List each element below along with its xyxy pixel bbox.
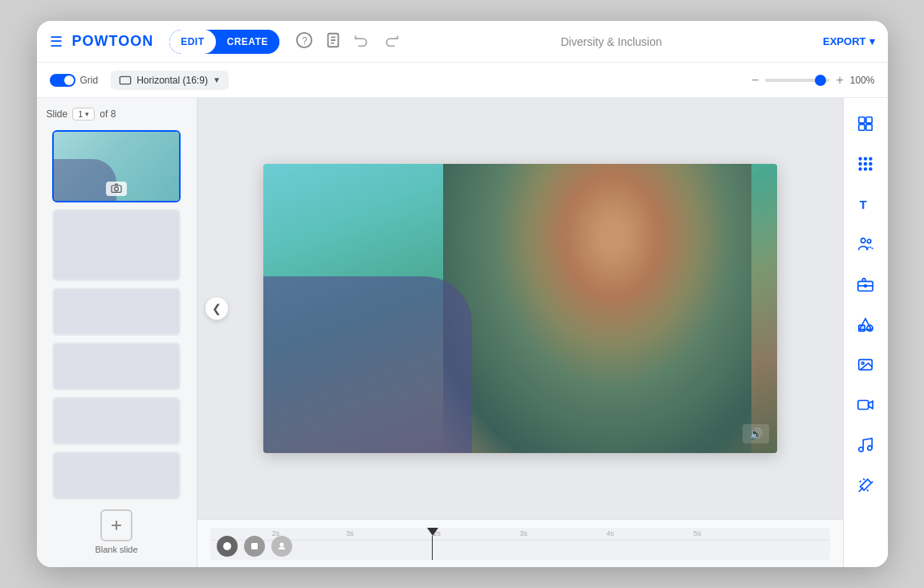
slide-label: Slide xyxy=(47,108,68,120)
svg-rect-15 xyxy=(866,117,872,123)
music-tool[interactable] xyxy=(848,427,883,463)
svg-point-40 xyxy=(868,446,873,451)
slide-thumbnail-6[interactable] xyxy=(52,451,181,500)
right-panel: T xyxy=(843,98,888,567)
video-tool[interactable] xyxy=(848,387,883,423)
person-element xyxy=(443,164,751,453)
svg-point-26 xyxy=(869,168,872,170)
slide-thumbnail-2[interactable] xyxy=(52,209,181,281)
svg-rect-17 xyxy=(866,125,872,130)
text-tool[interactable]: T xyxy=(848,186,883,222)
app-window: ☰ POWTOON EDIT CREATE ? Diversity & Incl… xyxy=(37,21,888,567)
grid-switch[interactable] xyxy=(50,74,75,87)
timeline-obj-3[interactable] xyxy=(271,536,292,557)
svg-point-39 xyxy=(859,447,864,452)
zoom-minus-button[interactable]: − xyxy=(751,73,759,88)
svg-point-19 xyxy=(865,157,867,160)
timeline-obj-1[interactable] xyxy=(217,536,238,557)
menu-icon[interactable]: ☰ xyxy=(50,33,63,51)
svg-point-32 xyxy=(865,284,867,287)
svg-point-11 xyxy=(223,542,231,550)
camera-overlay xyxy=(106,182,127,196)
svg-rect-16 xyxy=(859,125,865,130)
svg-rect-34 xyxy=(859,325,865,331)
toolbar: Grid Horizontal (16:9) ▼ − + 100% xyxy=(37,63,888,98)
slide-thumbnail-1[interactable] xyxy=(52,130,181,202)
blank-slide-icon xyxy=(100,509,132,541)
svg-point-29 xyxy=(867,239,871,243)
timeline-marker-5: 4s xyxy=(607,529,615,537)
blank-slide-label: Blank slide xyxy=(95,545,137,554)
timeline-marker-6: 5s xyxy=(694,529,702,537)
svg-point-24 xyxy=(859,168,861,170)
main-area: Slide 1 ▾ of 8 xyxy=(37,98,888,567)
zoom-percent: 100% xyxy=(850,75,875,86)
sound-icon[interactable]: 🔊 xyxy=(743,424,769,443)
create-button[interactable]: CREATE xyxy=(216,30,279,54)
slide-number-box[interactable]: 1 ▾ xyxy=(72,108,95,120)
help-icon[interactable]: ? xyxy=(295,31,313,52)
slide-total: of 8 xyxy=(100,108,116,120)
header: ☰ POWTOON EDIT CREATE ? Diversity & Incl… xyxy=(37,21,888,63)
blank-slide-button[interactable]: Blank slide xyxy=(95,509,137,554)
svg-text:?: ? xyxy=(302,35,307,46)
layout-tool[interactable] xyxy=(848,106,883,141)
orientation-label: Horizontal (16:9) xyxy=(136,75,208,86)
timeline-marker-4: 3s xyxy=(520,529,528,537)
prev-slide-button[interactable]: ❮ xyxy=(206,297,228,320)
svg-point-25 xyxy=(865,168,867,170)
orientation-selector[interactable]: Horizontal (16:9) ▼ xyxy=(111,71,229,90)
svg-point-13 xyxy=(279,542,283,546)
svg-rect-38 xyxy=(858,401,869,410)
svg-point-20 xyxy=(869,157,872,160)
slide-canvas[interactable]: 🔊 xyxy=(263,164,777,453)
edit-button[interactable]: EDIT xyxy=(169,30,215,54)
media-tool[interactable] xyxy=(848,347,883,382)
magic-tool[interactable] xyxy=(848,468,883,503)
grid-toggle[interactable]: Grid xyxy=(50,74,99,87)
svg-line-42 xyxy=(860,481,861,483)
slide-thumbnail-4[interactable] xyxy=(52,342,181,390)
overlay-shape xyxy=(263,276,472,453)
svg-rect-14 xyxy=(859,117,865,123)
zoom-plus-button[interactable]: + xyxy=(836,73,843,88)
grid-label: Grid xyxy=(80,75,99,86)
svg-line-43 xyxy=(863,479,865,480)
svg-point-22 xyxy=(865,163,867,165)
svg-rect-6 xyxy=(120,76,131,84)
slide-counter: Slide 1 ▾ of 8 xyxy=(47,108,116,120)
svg-point-21 xyxy=(859,163,861,165)
svg-point-37 xyxy=(861,362,864,365)
export-button[interactable]: EXPORT ▾ xyxy=(823,35,874,47)
timeline: 2s 3s 2s 3s 4s 5s xyxy=(197,519,843,567)
svg-point-8 xyxy=(115,187,119,191)
timeline-marker-2: 3s xyxy=(346,529,354,537)
timeline-obj-2[interactable] xyxy=(244,536,265,557)
pattern-tool[interactable] xyxy=(848,146,883,182)
header-icons: ? xyxy=(295,31,400,52)
svg-point-18 xyxy=(859,157,861,160)
svg-text:T: T xyxy=(860,198,867,211)
timeline-objects xyxy=(217,536,292,557)
redo-icon[interactable] xyxy=(382,31,400,52)
svg-line-44 xyxy=(871,481,873,483)
slide-thumbnail-3[interactable] xyxy=(52,288,181,336)
app-logo: POWTOON xyxy=(72,33,154,50)
shapes-tool[interactable] xyxy=(848,307,883,342)
canvas-area: ❮ 🔊 xyxy=(197,98,843,519)
slide-panel: Slide 1 ▾ of 8 xyxy=(37,98,197,567)
svg-point-35 xyxy=(867,325,873,331)
zoom-slider[interactable] xyxy=(765,79,829,82)
orientation-dropdown-icon: ▼ xyxy=(213,76,221,84)
svg-point-28 xyxy=(861,239,866,243)
props-tool[interactable] xyxy=(848,267,883,302)
svg-line-45 xyxy=(867,490,869,492)
presentation-title: Diversity & Inclusion xyxy=(409,35,813,48)
svg-rect-12 xyxy=(251,543,258,549)
undo-icon[interactable] xyxy=(353,31,371,52)
slide-thumbnail-5[interactable] xyxy=(52,397,181,445)
doc-icon[interactable] xyxy=(324,31,342,52)
edit-create-toggle: EDIT CREATE xyxy=(169,30,279,54)
characters-tool[interactable] xyxy=(848,227,883,262)
zoom-controls: − + 100% xyxy=(751,73,874,88)
